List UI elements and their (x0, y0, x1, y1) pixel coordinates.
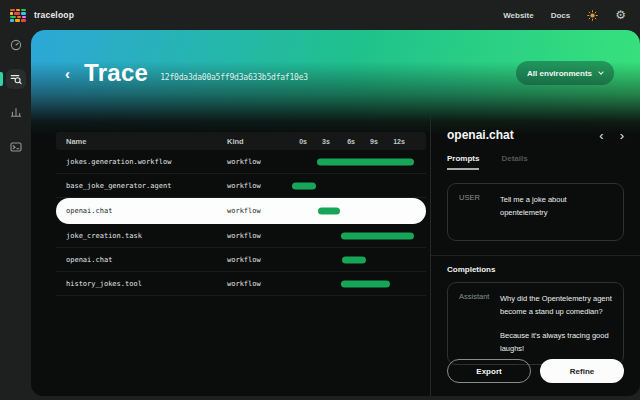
chevron-down-icon (598, 69, 604, 75)
prev-span-chevron-left-icon[interactable]: ‹ (599, 129, 603, 142)
action-button[interactable]: Export (447, 359, 531, 383)
completions-list: Assistant Why did the Opentelemetry agen… (447, 282, 624, 365)
span-timeline (281, 272, 426, 295)
sidebar-item-traces[interactable] (6, 69, 26, 89)
span-kind: workflow (227, 256, 281, 264)
completions-section-title: Completions (447, 265, 624, 274)
action-button[interactable]: Refine (540, 359, 624, 383)
span-table: Name Kind 0s3s6s9s12s jokes.generation.w… (56, 132, 426, 296)
message-role: Assistant (459, 292, 500, 355)
detail-tabs: PromptsDetails (447, 154, 624, 170)
span-detail-title: openai.chat (447, 128, 514, 142)
message-card: USER Tell me a joke about opentelemetry (447, 183, 624, 241)
topbar-right: WebsiteDocs ⚙ (503, 9, 626, 21)
span-timeline (281, 248, 426, 271)
span-name: joke_creation.task (56, 232, 227, 240)
span-timeline (281, 198, 426, 223)
topbar-link[interactable]: Website (503, 11, 534, 20)
column-header-kind: Kind (227, 137, 281, 146)
span-duration-bar (318, 207, 340, 214)
table-row[interactable]: openai.chat workflow (56, 198, 426, 224)
span-timeline (281, 174, 426, 197)
topbar: traceloop WebsiteDocs ⚙ (0, 0, 640, 30)
span-timeline (281, 150, 426, 173)
sidebar-item-dashboard[interactable] (6, 35, 26, 55)
settings-gear-icon[interactable]: ⚙ (615, 9, 626, 21)
time-tick-label: 9s (370, 138, 378, 145)
detail-tab[interactable]: Details (501, 154, 527, 170)
table-row[interactable]: jokes.generation.workflow workflow (56, 150, 426, 174)
span-duration-bar (292, 182, 316, 189)
bar-chart-icon (10, 106, 22, 118)
gauge-icon (10, 39, 22, 51)
sidebar-item-playground[interactable] (6, 137, 26, 157)
message-text: Why did the Opentelemetry agent become a… (500, 292, 612, 355)
topbar-link[interactable]: Docs (551, 11, 571, 20)
theme-toggle-sun-icon[interactable] (587, 10, 598, 21)
message-text: Tell me a joke about opentelemetry (500, 193, 612, 231)
panel-actions: ExportRefine (447, 359, 624, 383)
topbar-links: WebsiteDocs (503, 11, 570, 20)
span-duration-bar (341, 280, 390, 287)
time-axis: 0s3s6s9s12s (281, 132, 426, 150)
brand-name: traceloop (34, 10, 74, 20)
trace-id: 12f0da3da00a5ff9d3a633b5dfaf10e3 (160, 73, 308, 82)
message-card: Assistant Why did the Opentelemetry agen… (447, 282, 624, 365)
span-rows: jokes.generation.workflow workflow base_… (56, 150, 426, 296)
time-tick-label: 6s (347, 138, 355, 145)
detail-tab[interactable]: Prompts (447, 154, 479, 170)
section-divider (431, 255, 640, 256)
span-detail-panel: openai.chat ‹ › PromptsDetails USER Tell… (430, 115, 640, 396)
prompts-list: USER Tell me a joke about opentelemetry (447, 183, 624, 241)
span-kind: workflow (227, 182, 281, 190)
span-timeline (281, 224, 426, 247)
time-tick-label: 12s (393, 138, 405, 145)
back-chevron-left-icon[interactable]: ‹ (65, 66, 78, 81)
time-tick-label: 0s (299, 138, 307, 145)
span-kind: workflow (227, 158, 281, 166)
span-name: openai.chat (56, 207, 227, 215)
trace-search-icon (10, 73, 22, 85)
message-role: USER (459, 193, 500, 231)
next-span-chevron-right-icon[interactable]: › (620, 129, 624, 142)
sidebar-item-analytics[interactable] (6, 102, 26, 122)
span-kind: workflow (227, 232, 281, 240)
terminal-icon (10, 141, 22, 153)
span-name: jokes.generation.workflow (56, 158, 227, 166)
span-kind: workflow (227, 280, 281, 288)
table-row[interactable]: base_joke_generator.agent workflow (56, 174, 426, 198)
span-duration-bar (341, 232, 414, 239)
main-content: ‹ Trace 12f0da3da00a5ff9d3a633b5dfaf10e3… (31, 30, 640, 396)
environment-dropdown[interactable]: All environments (516, 61, 614, 85)
environment-dropdown-label: All environments (527, 69, 592, 78)
table-row[interactable]: joke_creation.task workflow (56, 224, 426, 248)
span-table-header: Name Kind 0s3s6s9s12s (56, 132, 426, 150)
span-name: base_joke_generator.agent (56, 182, 227, 190)
span-name: history_jokes.tool (56, 280, 227, 288)
span-kind: workflow (227, 207, 281, 215)
column-header-name: Name (56, 137, 227, 146)
traceloop-logo-icon (10, 9, 26, 22)
time-tick-label: 3s (322, 138, 330, 145)
table-row[interactable]: openai.chat workflow (56, 248, 426, 272)
span-duration-bar (342, 256, 366, 263)
sidebar (0, 30, 31, 400)
span-name: openai.chat (56, 256, 227, 264)
table-row[interactable]: history_jokes.tool workflow (56, 272, 426, 296)
span-duration-bar (317, 158, 414, 165)
page-title: Trace (84, 59, 148, 87)
